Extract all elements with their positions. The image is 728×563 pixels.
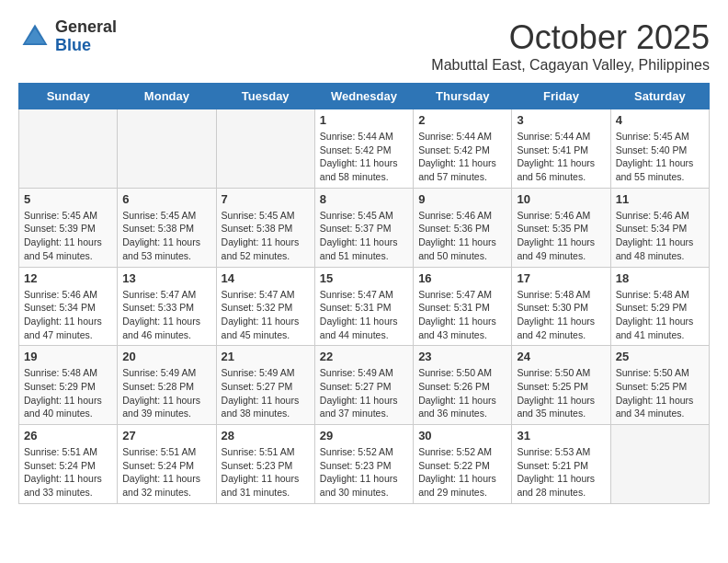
- calendar-cell: 13Sunrise: 5:47 AM Sunset: 5:33 PM Dayli…: [118, 267, 216, 346]
- calendar-cell: 27Sunrise: 5:51 AM Sunset: 5:24 PM Dayli…: [118, 425, 216, 504]
- day-info: Sunrise: 5:53 AM Sunset: 5:21 PM Dayligh…: [517, 445, 605, 500]
- day-number: 20: [122, 350, 210, 363]
- calendar-week-row: 12Sunrise: 5:46 AM Sunset: 5:34 PM Dayli…: [19, 267, 710, 346]
- day-number: 3: [517, 113, 605, 127]
- calendar-cell: [19, 109, 118, 189]
- day-number: 4: [616, 113, 704, 127]
- day-number: 17: [517, 271, 605, 285]
- day-number: 12: [24, 271, 112, 285]
- day-info: Sunrise: 5:46 AM Sunset: 5:36 PM Dayligh…: [418, 209, 506, 263]
- day-info: Sunrise: 5:45 AM Sunset: 5:38 PM Dayligh…: [122, 209, 210, 263]
- weekday-header: Thursday: [414, 84, 512, 109]
- page-header: General Blue October 2025 Mabuttal East,…: [18, 18, 710, 74]
- day-number: 15: [320, 271, 408, 285]
- calendar-cell: 19Sunrise: 5:48 AM Sunset: 5:29 PM Dayli…: [19, 346, 118, 425]
- weekday-header: Saturday: [610, 84, 709, 109]
- day-number: 9: [418, 192, 506, 206]
- calendar-cell: 4Sunrise: 5:45 AM Sunset: 5:40 PM Daylig…: [610, 109, 709, 189]
- calendar-week-row: 5Sunrise: 5:45 AM Sunset: 5:39 PM Daylig…: [19, 188, 710, 267]
- calendar-cell: 21Sunrise: 5:49 AM Sunset: 5:27 PM Dayli…: [216, 346, 314, 425]
- day-number: 28: [222, 429, 310, 442]
- day-number: 29: [320, 429, 408, 442]
- day-number: 30: [418, 429, 506, 442]
- day-info: Sunrise: 5:45 AM Sunset: 5:39 PM Dayligh…: [24, 209, 112, 263]
- day-info: Sunrise: 5:50 AM Sunset: 5:26 PM Dayligh…: [418, 366, 506, 420]
- calendar-cell: 26Sunrise: 5:51 AM Sunset: 5:24 PM Dayli…: [19, 425, 118, 504]
- logo: General Blue: [18, 18, 117, 55]
- day-number: 7: [222, 192, 310, 206]
- calendar-cell: 11Sunrise: 5:46 AM Sunset: 5:34 PM Dayli…: [610, 188, 709, 267]
- day-info: Sunrise: 5:47 AM Sunset: 5:31 PM Dayligh…: [418, 288, 506, 342]
- day-info: Sunrise: 5:52 AM Sunset: 5:23 PM Dayligh…: [320, 445, 408, 500]
- day-info: Sunrise: 5:50 AM Sunset: 5:25 PM Dayligh…: [517, 366, 605, 420]
- calendar-cell: 9Sunrise: 5:46 AM Sunset: 5:36 PM Daylig…: [414, 188, 512, 267]
- day-info: Sunrise: 5:45 AM Sunset: 5:37 PM Dayligh…: [320, 209, 408, 263]
- day-info: Sunrise: 5:50 AM Sunset: 5:25 PM Dayligh…: [616, 366, 704, 420]
- calendar-header: SundayMondayTuesdayWednesdayThursdayFrid…: [19, 84, 710, 109]
- calendar: SundayMondayTuesdayWednesdayThursdayFrid…: [18, 83, 710, 504]
- calendar-cell: 23Sunrise: 5:50 AM Sunset: 5:26 PM Dayli…: [414, 346, 512, 425]
- logo-blue: Blue: [55, 37, 117, 55]
- calendar-cell: 2Sunrise: 5:44 AM Sunset: 5:42 PM Daylig…: [414, 109, 512, 189]
- weekday-header: Tuesday: [216, 84, 314, 109]
- calendar-cell: 10Sunrise: 5:46 AM Sunset: 5:35 PM Dayli…: [512, 188, 610, 267]
- day-number: 10: [517, 192, 605, 206]
- day-info: Sunrise: 5:45 AM Sunset: 5:40 PM Dayligh…: [616, 130, 704, 184]
- weekday-header: Sunday: [19, 84, 118, 109]
- day-info: Sunrise: 5:49 AM Sunset: 5:27 PM Dayligh…: [320, 366, 408, 420]
- day-info: Sunrise: 5:51 AM Sunset: 5:23 PM Dayligh…: [222, 445, 310, 500]
- calendar-cell: 16Sunrise: 5:47 AM Sunset: 5:31 PM Dayli…: [414, 267, 512, 346]
- day-number: 16: [418, 271, 506, 285]
- weekday-header: Monday: [118, 84, 216, 109]
- day-number: 18: [616, 271, 704, 285]
- day-info: Sunrise: 5:44 AM Sunset: 5:41 PM Dayligh…: [517, 130, 605, 184]
- day-info: Sunrise: 5:44 AM Sunset: 5:42 PM Dayligh…: [418, 130, 506, 184]
- day-info: Sunrise: 5:44 AM Sunset: 5:42 PM Dayligh…: [320, 130, 408, 184]
- month-title: October 2025: [431, 18, 710, 57]
- calendar-week-row: 26Sunrise: 5:51 AM Sunset: 5:24 PM Dayli…: [19, 425, 710, 504]
- calendar-cell: [216, 109, 314, 189]
- calendar-cell: [610, 425, 709, 504]
- day-number: 23: [418, 350, 506, 363]
- day-number: 13: [122, 271, 210, 285]
- day-info: Sunrise: 5:49 AM Sunset: 5:28 PM Dayligh…: [122, 366, 210, 420]
- calendar-week-row: 19Sunrise: 5:48 AM Sunset: 5:29 PM Dayli…: [19, 346, 710, 425]
- day-info: Sunrise: 5:48 AM Sunset: 5:29 PM Dayligh…: [24, 366, 112, 420]
- day-info: Sunrise: 5:47 AM Sunset: 5:31 PM Dayligh…: [320, 288, 408, 342]
- weekday-header: Wednesday: [314, 84, 413, 109]
- calendar-cell: 7Sunrise: 5:45 AM Sunset: 5:38 PM Daylig…: [216, 188, 314, 267]
- day-number: 31: [517, 429, 605, 442]
- day-info: Sunrise: 5:46 AM Sunset: 5:35 PM Dayligh…: [517, 209, 605, 263]
- day-info: Sunrise: 5:51 AM Sunset: 5:24 PM Dayligh…: [24, 445, 112, 500]
- day-number: 26: [24, 429, 112, 442]
- day-info: Sunrise: 5:46 AM Sunset: 5:34 PM Dayligh…: [616, 209, 704, 263]
- calendar-cell: 20Sunrise: 5:49 AM Sunset: 5:28 PM Dayli…: [118, 346, 216, 425]
- location-title: Mabuttal East, Cagayan Valley, Philippin…: [431, 57, 710, 74]
- day-number: 1: [320, 113, 408, 127]
- calendar-cell: 17Sunrise: 5:48 AM Sunset: 5:30 PM Dayli…: [512, 267, 610, 346]
- day-number: 8: [320, 192, 408, 206]
- day-number: 6: [122, 192, 210, 206]
- day-info: Sunrise: 5:45 AM Sunset: 5:38 PM Dayligh…: [222, 209, 310, 263]
- calendar-cell: 25Sunrise: 5:50 AM Sunset: 5:25 PM Dayli…: [610, 346, 709, 425]
- calendar-cell: 8Sunrise: 5:45 AM Sunset: 5:37 PM Daylig…: [314, 188, 413, 267]
- day-info: Sunrise: 5:46 AM Sunset: 5:34 PM Dayligh…: [24, 288, 112, 342]
- day-number: 21: [222, 350, 310, 363]
- logo-general: General: [55, 18, 117, 37]
- day-number: 2: [418, 113, 506, 127]
- weekday-row: SundayMondayTuesdayWednesdayThursdayFrid…: [19, 84, 710, 109]
- calendar-cell: 29Sunrise: 5:52 AM Sunset: 5:23 PM Dayli…: [314, 425, 413, 504]
- calendar-cell: 24Sunrise: 5:50 AM Sunset: 5:25 PM Dayli…: [512, 346, 610, 425]
- logo-icon: [18, 20, 51, 53]
- day-number: 14: [222, 271, 310, 285]
- calendar-cell: 12Sunrise: 5:46 AM Sunset: 5:34 PM Dayli…: [19, 267, 118, 346]
- calendar-cell: 30Sunrise: 5:52 AM Sunset: 5:22 PM Dayli…: [414, 425, 512, 504]
- day-info: Sunrise: 5:49 AM Sunset: 5:27 PM Dayligh…: [222, 366, 310, 420]
- calendar-body: 1Sunrise: 5:44 AM Sunset: 5:42 PM Daylig…: [19, 109, 710, 504]
- calendar-cell: 6Sunrise: 5:45 AM Sunset: 5:38 PM Daylig…: [118, 188, 216, 267]
- day-info: Sunrise: 5:51 AM Sunset: 5:24 PM Dayligh…: [122, 445, 210, 500]
- day-number: 19: [24, 350, 112, 363]
- day-info: Sunrise: 5:48 AM Sunset: 5:29 PM Dayligh…: [616, 288, 704, 342]
- day-number: 22: [320, 350, 408, 363]
- calendar-cell: 18Sunrise: 5:48 AM Sunset: 5:29 PM Dayli…: [610, 267, 709, 346]
